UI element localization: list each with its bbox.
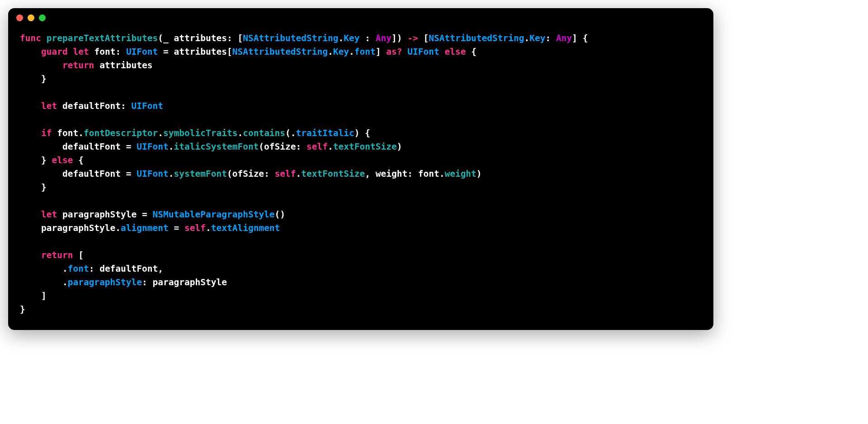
member: traitItalic (296, 128, 354, 138)
punct: , (158, 264, 163, 274)
punct: = (142, 209, 147, 220)
punct: = (163, 47, 169, 57)
punct: ( (259, 141, 264, 152)
member: systemFont (174, 169, 227, 179)
punct: ) (354, 128, 360, 138)
type: UIFont (137, 169, 168, 179)
type-any: Any (556, 33, 572, 43)
kw-let: let (73, 47, 89, 57)
punct: . (62, 277, 68, 287)
arg-label: ofSize (232, 169, 264, 179)
punct: } (41, 74, 47, 84)
punct: ) (280, 209, 285, 220)
ident: font (418, 169, 439, 179)
punct: ] (41, 291, 47, 301)
member: font (354, 47, 376, 57)
code-block: func prepareTextAttributes(_ attributes:… (8, 27, 713, 330)
close-icon[interactable] (16, 14, 23, 21)
ident: paragraphStyle (153, 277, 227, 287)
punct: ( (158, 33, 163, 43)
minimize-icon[interactable] (28, 14, 34, 21)
member: weight (444, 169, 476, 179)
punct: . (349, 47, 354, 57)
punct: . (328, 141, 333, 152)
type: Key (344, 33, 359, 43)
kw-else: else (52, 155, 73, 165)
punct: { (78, 155, 84, 165)
ident: defaultFont (62, 101, 121, 111)
kw-return: return (62, 60, 94, 71)
punct: { (471, 47, 476, 57)
punct: = (126, 141, 132, 152)
member: alignment (121, 223, 169, 233)
punct: { (365, 128, 370, 138)
punct: . (115, 223, 121, 233)
punct: : (142, 277, 147, 287)
member: italicSystemFont (174, 141, 259, 152)
punct: : (121, 101, 126, 111)
punct: { (583, 33, 588, 43)
punct: . (237, 128, 243, 138)
punct: ] (392, 33, 397, 43)
punct: . (169, 141, 174, 152)
ident: attributes (99, 60, 152, 71)
punct: ( (285, 128, 291, 138)
kw-let: let (41, 209, 57, 220)
punct: = (174, 223, 179, 233)
kw-self: self (184, 223, 206, 233)
type: NSAttributedString (429, 33, 524, 43)
punct: . (78, 128, 84, 138)
punct: . (296, 169, 302, 179)
window-titlebar (8, 8, 713, 27)
punct: ) (397, 33, 402, 43)
punct: [ (423, 33, 429, 43)
punct: : (264, 169, 269, 179)
kw-if: if (41, 128, 52, 138)
member: paragraphStyle (68, 277, 142, 287)
punct: . (169, 169, 174, 179)
member: font (68, 264, 89, 274)
punct: : (546, 33, 551, 43)
type: NSAttributedString (243, 33, 338, 43)
punct: } (41, 155, 47, 165)
kw-self: self (275, 169, 296, 179)
kw-self: self (307, 141, 328, 152)
punct: : (89, 264, 94, 274)
arg-label: ofSize (264, 141, 296, 152)
punct: } (20, 304, 25, 315)
kw-guard: guard (41, 47, 68, 57)
kw-let: let (41, 101, 57, 111)
arrow: -> (407, 33, 418, 43)
kw-as: as? (386, 47, 402, 57)
kw-return: return (41, 250, 73, 260)
type: Key (529, 33, 545, 43)
ident: attributes (174, 47, 227, 57)
ident: defaultFont (62, 141, 121, 152)
punct: . (206, 223, 211, 233)
member: contains (243, 128, 285, 138)
fn-name: prepareTextAttributes (47, 33, 158, 43)
member: textFontSize (333, 141, 397, 152)
punct: . (158, 128, 163, 138)
type: UIFont (407, 47, 439, 57)
punct: : (227, 33, 232, 43)
type-any: Any (376, 33, 392, 43)
member: textAlignment (211, 223, 280, 233)
code-window: func prepareTextAttributes(_ attributes:… (8, 8, 713, 330)
punct: [ (227, 47, 232, 57)
punct: [ (78, 250, 84, 260)
zoom-icon[interactable] (39, 14, 46, 21)
punct: . (328, 47, 333, 57)
type: NSMutableParagraphStyle (153, 209, 275, 220)
punct: : (296, 141, 302, 152)
kw-func: func (20, 33, 41, 43)
punct: = (126, 169, 132, 179)
type: UIFont (132, 101, 163, 111)
punct: ] (572, 33, 577, 43)
member: symbolicTraits (163, 128, 237, 138)
punct: : (115, 47, 121, 57)
underscore: _ (163, 33, 169, 43)
kw-else: else (444, 47, 466, 57)
punct: . (439, 169, 445, 179)
ident: defaultFont (62, 169, 121, 179)
